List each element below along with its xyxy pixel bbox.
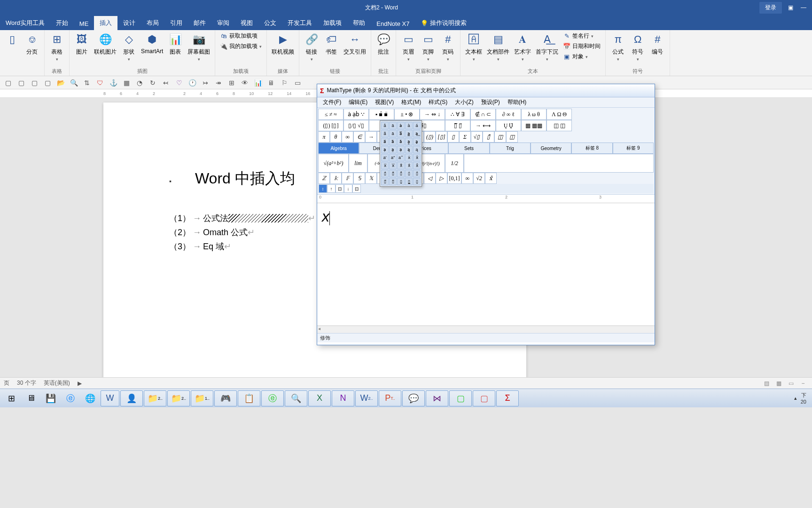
mt-tool-4[interactable]: ↓ [344,184,352,193]
qat-search-icon[interactable]: 🔍 [69,78,79,88]
mt-s-k[interactable]: 𝕜 [330,173,342,184]
task-onenote[interactable]: N [332,390,354,406]
mt-accent-opt[interactable]: a̱ [413,138,421,145]
zoom-out-icon[interactable]: − [798,379,808,388]
mt-s-inf2[interactable]: ∞ [461,173,473,184]
page-break-button[interactable]: ⎊分页 [23,31,41,57]
mt-tpl-paren[interactable]: (▯) [424,131,436,143]
mt-s-x[interactable]: 𝕏 [365,173,377,184]
qat-v-icon[interactable]: ♡ [174,78,184,88]
task-folder-2[interactable]: 📁2.. [167,390,190,406]
mt-s-ltri[interactable]: ◁ [424,173,436,184]
table-button[interactable]: ⊞表格 [47,31,66,63]
mt-s-f[interactable]: 𝔽 [342,173,353,184]
mt-accent-opt[interactable]: ǎ [397,138,405,145]
qat-toggle-icon[interactable]: ⇅ [82,78,92,88]
qat-forward-icon[interactable]: ↣ [200,78,211,88]
mt-menu-view[interactable]: 视图(V) [371,97,398,107]
mt-accent-opt[interactable]: ▯̃ [389,170,397,177]
tab-help[interactable]: 帮助 [347,16,371,30]
qat-flag-icon[interactable]: ⚐ [279,78,289,88]
mt-f-sqrt[interactable]: √(a²+b²) [318,154,349,173]
tab-me[interactable]: ME [74,17,94,30]
minimize-icon[interactable]: — [799,3,808,12]
mt-tool-1[interactable]: ↕ [319,184,327,193]
task-explorer-icon[interactable]: 🖥 [22,390,40,406]
mt-template-box[interactable]: ◫ ◫ [547,120,572,131]
task-app-1[interactable]: 👤 [120,390,143,406]
mt-accent-opt[interactable]: ▯̇ [405,170,413,177]
status-macro-icon[interactable]: ▶ [78,380,82,387]
online-video-button[interactable]: ▶联机视频 [270,31,296,57]
qat-apps-icon[interactable]: ⊞ [226,78,237,88]
mt-s-xbar[interactable]: x̄ [485,173,497,184]
task-excel[interactable]: X [308,390,331,406]
task-browser-360[interactable]: ⓔ [261,390,284,406]
start-button[interactable]: ⊞ [2,390,21,406]
mt-accent-opt[interactable]: ▯̣ [413,178,421,185]
mt-accent-opt[interactable]: ą [413,146,421,153]
task-chrome-icon[interactable]: 🌐 [81,390,100,406]
link-button[interactable]: 🔗链接 [302,31,321,63]
mt-palette-calculus[interactable]: ∂ ∞ ℓ [496,109,521,120]
mt-sym-arrow[interactable]: → [365,131,377,143]
mt-template-matrix[interactable]: ▦ ▦▦ [521,120,547,131]
mt-menu-format[interactable]: 格式(M) [398,97,425,107]
qat-pie-icon[interactable]: ◔ [134,78,145,88]
tray-date[interactable]: 20 [801,399,806,405]
mt-tool-2[interactable]: ↑ [327,184,336,193]
mt-menu-style[interactable]: 样式(S) [425,97,451,107]
online-picture-button[interactable]: 🌐联机图片 [92,31,118,57]
task-app-2[interactable]: 🎮 [214,390,237,406]
mt-accent-opt[interactable]: ẋ [405,154,413,161]
picture-button[interactable]: 🖼图片 [72,31,91,57]
equation-button[interactable]: π公式 [609,31,627,63]
shapes-button[interactable]: ◇形状 [119,31,138,63]
mt-tab-sets[interactable]: Sets [448,143,489,154]
mt-tpl-sub[interactable]: ▯ [447,131,459,143]
qat-shield-icon[interactable]: 🛡 [95,78,105,88]
object-button[interactable]: ▣对象 [561,52,602,62]
tab-word-tools[interactable]: Word实用工具 [0,16,50,30]
mt-accent-opt[interactable]: a̰ [405,138,413,145]
mt-palette-set[interactable]: ∉ ∩ ⊂ [470,109,496,120]
ribbon-display-icon[interactable]: ▣ [786,3,795,12]
mathtype-titlebar[interactable]: Σ MathType (剩余 9 天的试用时间) - 在 文档 中的公式 [317,84,655,97]
wordart-button[interactable]: 𝐀艺术字 [512,31,533,63]
mt-f-lim[interactable]: lim [349,154,367,173]
mt-accent-opt[interactable]: á [413,122,421,129]
task-folder-3[interactable]: 📁1.. [191,390,213,406]
task-app-4[interactable]: 💬 [402,390,425,406]
mt-accent-opt[interactable]: ▯⃖ [389,178,397,185]
mt-accent-opt[interactable]: a͟ [413,130,421,137]
tab-home[interactable]: 开始 [50,16,74,30]
mt-tab-8[interactable]: 标签 8 [571,143,612,154]
quickparts-button[interactable]: ▤文档部件 [485,31,511,63]
mt-tpl-sum[interactable]: Σ [459,131,471,143]
qat-next-icon[interactable]: ↠ [213,78,224,88]
qat-btn-1[interactable]: ▢ [3,78,13,88]
qat-refresh-icon[interactable]: ↻ [148,78,158,88]
footer-button[interactable]: ▭页脚 [419,31,437,63]
task-app-6[interactable]: ▢ [473,390,495,406]
smartart-button[interactable]: ⬢SmartArt [139,31,165,56]
task-word-2[interactable]: W2.. [355,390,378,406]
tab-developer[interactable]: 开发工具 [282,16,318,30]
mt-tab-algebra[interactable]: Algebra [318,143,359,154]
mt-template-overbar[interactable]: ▯̅ ▯⃗ [445,120,470,131]
mt-palette-embellish[interactable]: ȧ ạḃ ∵ [344,109,369,120]
get-addins-button[interactable]: 🛍获取加载项 [218,31,264,41]
mt-s-s[interactable]: 𝕊 [353,173,365,184]
comment-button[interactable]: 💬批注 [374,31,393,57]
header-button[interactable]: ▭页眉 [399,31,418,63]
mt-accent-opt[interactable]: a̤ [389,146,397,153]
tab-insert[interactable]: 插入 [94,16,117,30]
task-ppt[interactable]: PT.. [379,390,401,406]
mt-palette-operators[interactable]: ± • ⊗ [394,109,420,120]
mt-accent-opt[interactable]: ▯̈ [413,170,421,177]
mt-s-interval[interactable]: [0,1] [447,173,461,184]
mt-tpl-sqrt[interactable]: √▯ [471,131,483,143]
tab-layout[interactable]: 布局 [141,16,164,30]
tab-gongwen[interactable]: 公文 [258,16,282,30]
mt-tpl-bar[interactable]: ▯̄ [483,131,494,143]
